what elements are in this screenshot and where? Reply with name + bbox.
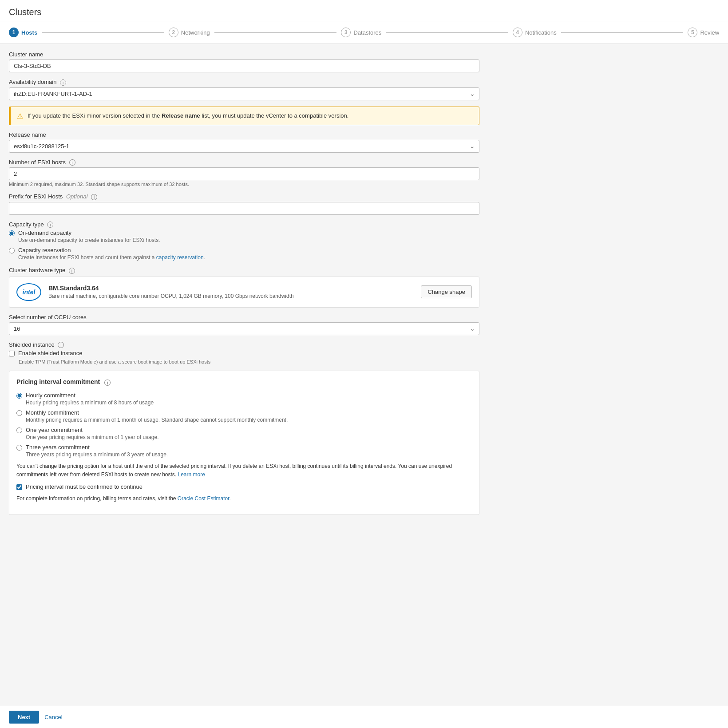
change-shape-button[interactable]: Change shape: [421, 285, 472, 298]
ocpu-group: Select number of OCPU cores 16: [9, 314, 479, 335]
capacity-type-radio-group: On-demand capacity Use on-demand capacit…: [9, 229, 479, 261]
prefix-info-icon[interactable]: i: [91, 194, 97, 200]
availability-domain-label: Availability domain i: [9, 79, 479, 86]
step-2-label: Networking: [181, 29, 210, 36]
ocpu-select[interactable]: 16: [9, 322, 479, 335]
intel-logo-text: intel: [23, 289, 36, 296]
capacity-reservation-label[interactable]: Capacity reservation: [18, 247, 71, 253]
shielded-info-icon[interactable]: i: [58, 342, 64, 348]
three-years-option: Three years commitment Three years prici…: [16, 444, 472, 458]
esxi-hosts-input[interactable]: [9, 167, 479, 180]
shielded-group: Shielded instance i Enable shielded inst…: [9, 341, 479, 365]
step-line-2: [214, 32, 337, 33]
hw-type-info-icon[interactable]: i: [69, 268, 75, 274]
on-demand-label[interactable]: On-demand capacity: [18, 229, 71, 236]
step-line-4: [561, 32, 684, 33]
hw-details: BM.Standard3.64 Bare metal machine, conf…: [48, 285, 294, 299]
availability-domain-select-wrapper: ihZD:EU-FRANKFURT-1-AD-1: [9, 87, 479, 100]
step-4-label: Notifications: [525, 29, 557, 36]
confirm-pricing-label[interactable]: Pricing interval must be confirmed to co…: [26, 483, 142, 490]
warning-box: ⚠ If you update the ESXi minor version s…: [9, 107, 479, 125]
three-years-desc: Three years pricing requires a minimum o…: [26, 451, 168, 458]
availability-domain-group: Availability domain i ihZD:EU-FRANKFURT-…: [9, 79, 479, 100]
intel-logo: intel: [16, 283, 41, 301]
availability-domain-info-icon[interactable]: i: [60, 79, 66, 86]
hourly-radio[interactable]: [16, 393, 22, 399]
monthly-label[interactable]: Monthly commitment: [26, 409, 79, 416]
one-year-option: One year commitment One year pricing req…: [16, 427, 472, 440]
step-3[interactable]: 3 Datastores: [341, 28, 381, 37]
hw-shape-name: BM.Standard3.64: [48, 285, 294, 292]
warning-icon: ⚠: [17, 112, 23, 120]
shielded-help: Enable TPM (Trust Platform Module) and u…: [19, 359, 479, 364]
pricing-box: Pricing interval commitment i Hourly com…: [9, 371, 479, 515]
cluster-name-input[interactable]: [9, 59, 479, 72]
availability-domain-select[interactable]: ihZD:EU-FRANKFURT-1-AD-1: [9, 87, 479, 100]
monthly-radio[interactable]: [16, 410, 22, 416]
hw-type-label: Cluster hardware type i: [9, 267, 479, 274]
esxi-hosts-info-icon[interactable]: i: [69, 159, 75, 166]
release-name-select-wrapper: esxi8u1c-22088125-1: [9, 140, 479, 153]
cluster-name-group: Cluster name: [9, 51, 479, 72]
esxi-hosts-help: Minimum 2 required, maximum 32. Standard…: [9, 182, 479, 187]
step-1[interactable]: 1 Hosts: [9, 28, 37, 37]
hardware-info: intel BM.Standard3.64 Bare metal machine…: [16, 283, 294, 301]
step-1-label: Hosts: [21, 29, 37, 36]
release-name-select[interactable]: esxi8u1c-22088125-1: [9, 140, 479, 153]
step-3-circle: 3: [341, 28, 351, 37]
oracle-cost-estimator-link[interactable]: Oracle Cost Estimator: [178, 495, 229, 502]
step-line-1: [42, 32, 164, 33]
confirm-checkbox-item: Pricing interval must be confirmed to co…: [16, 483, 472, 490]
capacity-type-info-icon[interactable]: i: [47, 222, 53, 228]
prefix-input[interactable]: [9, 202, 479, 215]
shielded-checkbox-item: Enable shielded instance: [9, 350, 479, 356]
one-year-desc: One year pricing requires a minimum of 1…: [26, 434, 158, 440]
step-5-label: Review: [700, 29, 719, 36]
hourly-option: Hourly commitment Hourly pricing require…: [16, 392, 472, 406]
capacity-reservation-option: Capacity reservation Create instances fo…: [9, 247, 479, 261]
monthly-desc: Monthly pricing requires a minimum of 1 …: [26, 417, 288, 423]
ocpu-select-wrapper: 16: [9, 322, 479, 335]
capacity-reservation-link[interactable]: capacity reservation: [156, 254, 204, 261]
step-4-circle: 4: [513, 28, 522, 37]
release-name-group: Release name esxi8u1c-22088125-1: [9, 131, 479, 153]
on-demand-radio[interactable]: [9, 230, 15, 236]
on-demand-option: On-demand capacity Use on-demand capacit…: [9, 229, 479, 243]
pricing-info-paragraph: You can't change the pricing option for …: [16, 462, 472, 479]
ocpu-label: Select number of OCPU cores: [9, 314, 479, 320]
wizard-steps: 1 Hosts 2 Networking 3 Datastores 4 Noti…: [0, 21, 728, 44]
step-4[interactable]: 4 Notifications: [513, 28, 557, 37]
one-year-label[interactable]: One year commitment: [26, 427, 83, 433]
shielded-checkbox[interactable]: [9, 351, 15, 356]
oracle-info-paragraph: For complete information on pricing, bil…: [16, 495, 472, 503]
pricing-info-icon[interactable]: i: [104, 380, 111, 386]
hardware-card: intel BM.Standard3.64 Bare metal machine…: [9, 277, 479, 308]
learn-more-link[interactable]: Learn more: [178, 471, 205, 478]
hourly-desc: Hourly pricing requires a minimum of 8 h…: [26, 400, 154, 406]
prefix-group: Prefix for ESXi Hosts Optional i: [9, 193, 479, 215]
capacity-type-label: Capacity type i: [9, 221, 479, 228]
shielded-checkbox-label[interactable]: Enable shielded instance: [18, 350, 83, 356]
monthly-option: Monthly commitment Monthly pricing requi…: [16, 409, 472, 423]
hourly-label[interactable]: Hourly commitment: [26, 392, 75, 399]
capacity-reservation-radio[interactable]: [9, 248, 15, 253]
hw-shape-desc: Bare metal machine, configurable core nu…: [48, 293, 294, 299]
prefix-optional-label: Optional: [66, 193, 87, 200]
step-5[interactable]: 5 Review: [688, 28, 719, 37]
step-2-circle: 2: [169, 28, 178, 37]
step-1-circle: 1: [9, 28, 19, 37]
on-demand-desc: Use on-demand capacity to create instanc…: [18, 237, 160, 243]
step-3-label: Datastores: [353, 29, 381, 36]
step-2[interactable]: 2 Networking: [169, 28, 210, 37]
esxi-hosts-group: Number of ESXi hosts i Minimum 2 require…: [9, 159, 479, 187]
shielded-label: Shielded instance i: [9, 341, 479, 348]
three-years-radio[interactable]: [16, 445, 22, 451]
warning-text: If you update the ESXi minor version sel…: [28, 111, 348, 120]
three-years-label[interactable]: Three years commitment: [26, 444, 90, 451]
step-line-3: [386, 32, 508, 33]
confirm-pricing-checkbox[interactable]: [16, 484, 22, 490]
capacity-type-group: Capacity type i On-demand capacity Use o…: [9, 221, 479, 261]
hw-type-group: Cluster hardware type i intel BM.Standar…: [9, 267, 479, 308]
one-year-radio[interactable]: [16, 427, 22, 433]
prefix-label: Prefix for ESXi Hosts Optional i: [9, 193, 479, 200]
